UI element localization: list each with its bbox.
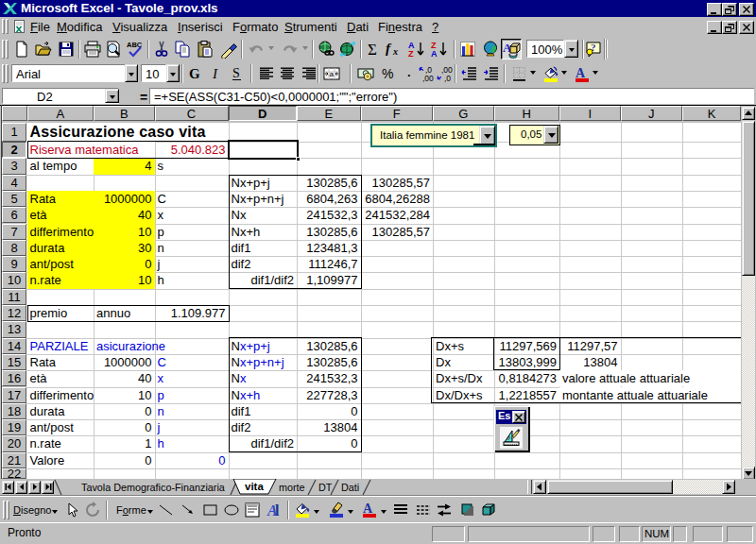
svg-text:G: G bbox=[189, 66, 200, 81]
svg-text:a: a bbox=[330, 70, 335, 78]
svg-text:l: l bbox=[275, 502, 280, 518]
svg-text:x: x bbox=[392, 46, 398, 57]
svg-text:A: A bbox=[431, 49, 438, 59]
svg-text:Σ: Σ bbox=[368, 41, 377, 59]
svg-text:I: I bbox=[212, 66, 218, 81]
svg-text:S: S bbox=[232, 66, 240, 80]
svg-text:A: A bbox=[576, 66, 586, 80]
svg-text:.: . bbox=[407, 65, 411, 79]
svg-text:%: % bbox=[382, 66, 393, 81]
svg-text:,0: ,0 bbox=[444, 74, 451, 83]
svg-text:Z: Z bbox=[408, 49, 414, 59]
svg-text:A: A bbox=[363, 502, 373, 516]
svg-text:f: f bbox=[386, 41, 392, 56]
svg-text:,00: ,00 bbox=[422, 74, 434, 83]
